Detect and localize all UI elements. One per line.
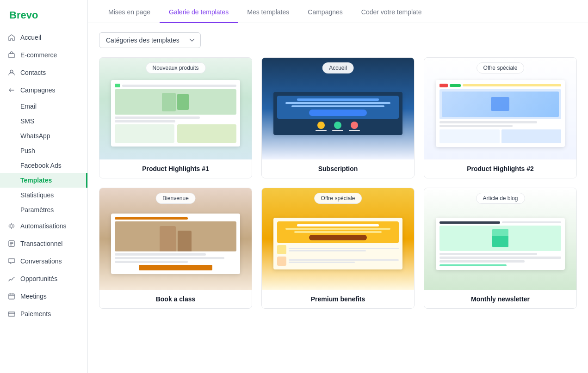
- opportunites-icon: [7, 275, 16, 283]
- sidebar-item-whatsapp-label: WhatsApp: [20, 132, 50, 140]
- sidebar-item-automatisations-label: Automatisations: [20, 222, 67, 230]
- meetings-icon: [7, 292, 16, 300]
- sidebar-item-email-label: Email: [20, 103, 37, 110]
- template-badge-product1: Nouveaux produits: [145, 62, 205, 73]
- template-card-product-highlights-2[interactable]: Offre spéciale: [424, 57, 577, 178]
- template-card-monthly-newsletter[interactable]: Article de blog: [424, 188, 577, 309]
- category-select[interactable]: Catégories des templates: [99, 32, 201, 48]
- sidebar-item-contacts-label: Contacts: [20, 69, 46, 76]
- logo: Brevo: [0, 0, 87, 27]
- template-thumb-premium: Offre spéciale: [262, 188, 414, 290]
- sidebar-item-sms[interactable]: SMS: [0, 114, 87, 128]
- template-badge-premium: Offre spéciale: [314, 193, 362, 204]
- sidebar-item-accueil-label: Accueil: [20, 34, 41, 41]
- template-thumb-product2: Offre spéciale: [424, 58, 576, 159]
- sidebar-item-meetings-label: Meetings: [20, 293, 47, 300]
- sidebar-item-meetings[interactable]: Meetings: [0, 287, 87, 305]
- sidebar-item-conversations-label: Conversations: [20, 257, 62, 265]
- sidebar-item-transactionnel-label: Transactionnel: [20, 240, 62, 247]
- sidebar-item-parametres[interactable]: Paramètres: [0, 202, 87, 217]
- template-name-bookclass: Book a class: [99, 290, 252, 308]
- tab-coder-template[interactable]: Coder votre template: [352, 0, 431, 23]
- sidebar-item-statistiques[interactable]: Statistiques: [0, 188, 87, 202]
- sidebar-item-push[interactable]: Push: [0, 143, 87, 158]
- sidebar-item-parametres-label: Paramètres: [20, 206, 54, 214]
- template-badge-bookclass: Bienvenue: [155, 193, 196, 204]
- sidebar-item-campagnes[interactable]: Campagnes: [0, 81, 87, 99]
- template-name-premium: Premium benefits: [262, 290, 414, 308]
- template-card-product-highlights-1[interactable]: Nouveaux produits: [99, 57, 252, 178]
- template-thumb-bookclass: Bienvenue: [99, 188, 252, 290]
- campagnes-icon: [7, 86, 16, 94]
- svg-point-2: [10, 70, 13, 73]
- sidebar-item-whatsapp[interactable]: WhatsApp: [0, 128, 87, 143]
- template-name-subscription: Subscription: [262, 159, 414, 178]
- svg-rect-5: [8, 312, 15, 316]
- sidebar-item-opportunites-label: Opportunités: [20, 275, 57, 282]
- template-badge-subscription: Accueil: [322, 62, 354, 73]
- paiements-icon: [7, 310, 16, 318]
- sidebar-item-contacts[interactable]: Contacts: [0, 64, 87, 81]
- transactionnel-icon: [7, 239, 16, 248]
- sidebar-item-facebook-ads-label: Facebook Ads: [20, 162, 62, 169]
- sidebar-item-ecommerce-label: E-commerce: [20, 51, 57, 59]
- sidebar-item-campagnes-label: Campagnes: [20, 86, 56, 94]
- tab-galerie-templates[interactable]: Galerie de templates: [160, 0, 238, 23]
- template-card-book-a-class[interactable]: Bienvenue Bo: [99, 188, 252, 309]
- sidebar: Brevo Accueil E-commerce Contacts: [0, 0, 88, 373]
- home-icon: [7, 33, 16, 42]
- template-name-product1: Product Highlights #1: [99, 159, 252, 178]
- main-content: Mises en page Galerie de templates Mes t…: [88, 0, 588, 373]
- conversations-icon: [7, 257, 16, 265]
- sidebar-item-push-label: Push: [20, 147, 35, 154]
- sidebar-item-statistiques-label: Statistiques: [20, 191, 54, 199]
- template-thumb-product1: Nouveaux produits: [99, 58, 252, 159]
- template-thumb-subscription: Accueil: [262, 58, 414, 159]
- tab-mes-templates[interactable]: Mes templates: [238, 0, 298, 23]
- template-thumb-newsletter: Article de blog: [424, 188, 576, 290]
- tab-campagnes[interactable]: Campagnes: [298, 0, 352, 23]
- sidebar-item-accueil[interactable]: Accueil: [0, 29, 87, 46]
- sidebar-item-automatisations[interactable]: Automatisations: [0, 217, 87, 235]
- sidebar-item-email[interactable]: Email: [0, 99, 87, 114]
- template-name-newsletter: Monthly newsletter: [424, 290, 576, 308]
- sidebar-item-ecommerce[interactable]: E-commerce: [0, 46, 87, 64]
- sidebar-nav: Accueil E-commerce Contacts Campagnes Em…: [0, 27, 87, 373]
- sidebar-item-sms-label: SMS: [20, 117, 34, 125]
- contacts-icon: [7, 68, 16, 77]
- template-card-premium-benefits[interactable]: Offre spéciale Prem: [261, 188, 415, 309]
- sidebar-item-paiements[interactable]: Paiements: [0, 305, 87, 323]
- sidebar-item-paiements-label: Paiements: [20, 310, 51, 318]
- template-name-product2: Product Highlights #2: [424, 159, 576, 178]
- template-badge-newsletter: Article de blog: [476, 193, 525, 204]
- automatisations-icon: [7, 222, 16, 230]
- sidebar-item-transactionnel[interactable]: Transactionnel: [0, 235, 87, 252]
- ecommerce-icon: [7, 51, 16, 59]
- template-grid: Nouveaux produits: [99, 57, 577, 309]
- top-tabs: Mises en page Galerie de templates Mes t…: [88, 0, 588, 23]
- sidebar-item-templates[interactable]: Templates: [0, 173, 87, 188]
- svg-text:Brevo: Brevo: [9, 9, 38, 20]
- tab-mises-en-page[interactable]: Mises en page: [99, 0, 160, 23]
- sidebar-item-conversations[interactable]: Conversations: [0, 252, 87, 270]
- sidebar-item-opportunites[interactable]: Opportunités: [0, 270, 87, 287]
- sidebar-item-templates-label: Templates: [20, 177, 52, 184]
- content-area: Catégories des templates Nouveaux produi…: [88, 23, 588, 373]
- category-filter-row: Catégories des templates: [99, 32, 577, 48]
- svg-rect-1: [9, 54, 14, 58]
- svg-rect-4: [9, 294, 14, 299]
- template-badge-product2: Offre spéciale: [477, 62, 525, 73]
- template-card-subscription[interactable]: Accueil: [261, 57, 415, 178]
- sidebar-item-facebook-ads[interactable]: Facebook Ads: [0, 158, 87, 173]
